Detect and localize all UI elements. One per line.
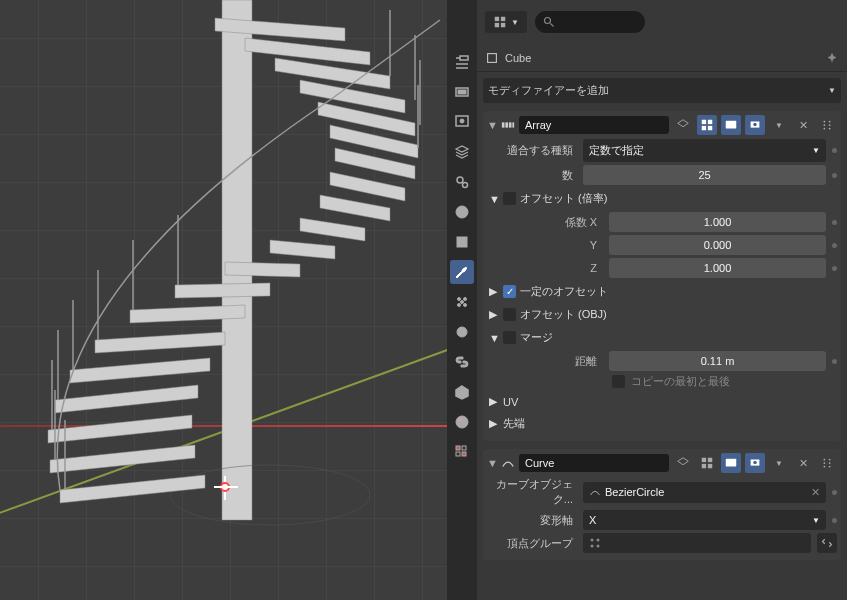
svg-rect-84 bbox=[708, 464, 712, 468]
svg-marker-20 bbox=[245, 38, 370, 65]
svg-rect-53 bbox=[456, 452, 460, 456]
svg-point-89 bbox=[829, 459, 831, 461]
constant-offset-header[interactable]: ▶一定のオフセット bbox=[487, 282, 837, 301]
svg-rect-64 bbox=[509, 122, 512, 127]
array-modifier: ▼ ▼ ✕ 適合する種類 定数で指定▼ 数 bbox=[483, 111, 841, 441]
realtime-toggle[interactable] bbox=[721, 453, 741, 473]
curve-modifier: ▼ ▼ ✕ カーブオブジェク... BezierCircle✕ bbox=[483, 449, 841, 560]
svg-rect-71 bbox=[726, 121, 737, 129]
svg-point-37 bbox=[460, 119, 464, 123]
factor-z-label: Z bbox=[505, 262, 603, 274]
edit-mode-toggle[interactable] bbox=[697, 453, 717, 473]
svg-point-79 bbox=[829, 128, 831, 130]
relative-offset-header[interactable]: ▼ オフセット (倍率) bbox=[487, 189, 837, 208]
realtime-toggle[interactable] bbox=[721, 115, 741, 135]
svg-point-73 bbox=[753, 123, 757, 127]
svg-point-40 bbox=[456, 206, 468, 218]
drag-handle-icon[interactable] bbox=[817, 453, 837, 473]
relative-offset-checkbox[interactable] bbox=[503, 192, 516, 205]
render-tab-icon[interactable] bbox=[450, 80, 474, 104]
distance-input[interactable] bbox=[609, 351, 826, 371]
merge-header[interactable]: ▼マージ bbox=[487, 328, 837, 347]
mesh-tab-icon[interactable] bbox=[450, 380, 474, 404]
mesh-icon bbox=[485, 51, 499, 65]
scene-tab-icon[interactable] bbox=[450, 170, 474, 194]
on-cage-toggle[interactable] bbox=[673, 115, 693, 135]
svg-marker-66 bbox=[678, 120, 689, 127]
vertex-group-picker[interactable] bbox=[583, 533, 811, 553]
drag-handle-icon[interactable] bbox=[817, 115, 837, 135]
svg-point-97 bbox=[597, 545, 600, 548]
object-offset-header[interactable]: ▶オフセット (OBJ) bbox=[487, 305, 837, 324]
deform-axis-dropdown[interactable]: X▼ bbox=[583, 510, 826, 530]
output-tab-icon[interactable] bbox=[450, 110, 474, 134]
modifier-tab-icon[interactable] bbox=[450, 260, 474, 284]
on-cage-toggle[interactable] bbox=[673, 453, 693, 473]
modifier-extras-dropdown[interactable]: ▼ bbox=[769, 115, 789, 135]
svg-rect-35 bbox=[458, 90, 466, 94]
object-offset-checkbox[interactable] bbox=[503, 308, 516, 321]
object-tab-icon[interactable] bbox=[450, 230, 474, 254]
uv-header[interactable]: ▶UV bbox=[487, 393, 837, 410]
svg-rect-70 bbox=[708, 126, 712, 130]
svg-marker-7 bbox=[95, 332, 225, 353]
add-modifier-button[interactable]: モディファイアーを追加▼ bbox=[483, 78, 841, 103]
curve-object-picker[interactable]: BezierCircle✕ bbox=[583, 482, 826, 503]
svg-point-77 bbox=[829, 124, 831, 126]
svg-marker-10 bbox=[225, 262, 300, 277]
physics-tab-icon[interactable] bbox=[450, 320, 474, 344]
curve-modifier-header[interactable]: ▼ ▼ ✕ bbox=[487, 453, 837, 473]
world-tab-icon[interactable] bbox=[450, 200, 474, 224]
array-modifier-header[interactable]: ▼ ▼ ✕ bbox=[487, 115, 837, 135]
svg-rect-65 bbox=[512, 122, 514, 127]
clear-icon[interactable]: ✕ bbox=[811, 486, 820, 499]
edit-mode-toggle[interactable] bbox=[697, 115, 717, 135]
cap-header[interactable]: ▶先端 bbox=[487, 414, 837, 433]
constant-offset-checkbox[interactable] bbox=[503, 285, 516, 298]
factor-z-input[interactable] bbox=[609, 258, 826, 278]
delete-modifier-button[interactable]: ✕ bbox=[793, 115, 813, 135]
pin-icon[interactable] bbox=[825, 51, 839, 65]
modifier-name-input[interactable] bbox=[519, 454, 669, 472]
viewlayer-tab-icon[interactable] bbox=[450, 140, 474, 164]
svg-rect-54 bbox=[462, 452, 466, 456]
modifier-name-input[interactable] bbox=[519, 116, 669, 134]
factor-y-input[interactable] bbox=[609, 235, 826, 255]
svg-marker-11 bbox=[270, 240, 335, 259]
fit-type-dropdown[interactable]: 定数で指定▼ bbox=[583, 139, 826, 162]
svg-marker-9 bbox=[175, 283, 270, 298]
render-toggle[interactable] bbox=[745, 453, 765, 473]
delete-modifier-button[interactable]: ✕ bbox=[793, 453, 813, 473]
constraints-tab-icon[interactable] bbox=[450, 350, 474, 374]
curve-object-label: カーブオブジェク... bbox=[487, 477, 577, 507]
svg-point-90 bbox=[824, 462, 826, 464]
first-last-checkbox[interactable] bbox=[612, 375, 625, 388]
factor-x-input[interactable] bbox=[609, 212, 826, 232]
tool-tab-icon[interactable] bbox=[450, 50, 474, 74]
animate-dot[interactable] bbox=[832, 173, 837, 178]
object-name: Cube bbox=[505, 52, 531, 64]
3d-viewport[interactable] bbox=[0, 0, 447, 600]
svg-rect-52 bbox=[462, 446, 466, 450]
svg-point-75 bbox=[829, 121, 831, 123]
texture-tab-icon[interactable] bbox=[450, 440, 474, 464]
panel-header: ▼ bbox=[477, 0, 847, 44]
svg-marker-3 bbox=[50, 445, 195, 473]
svg-marker-4 bbox=[48, 415, 192, 443]
invert-vgroup-button[interactable] bbox=[817, 533, 837, 553]
svg-point-93 bbox=[829, 466, 831, 468]
merge-checkbox[interactable] bbox=[503, 331, 516, 344]
svg-rect-68 bbox=[708, 120, 712, 124]
animate-dot[interactable] bbox=[832, 148, 837, 153]
modifier-extras-dropdown[interactable]: ▼ bbox=[769, 453, 789, 473]
svg-rect-0 bbox=[222, 0, 252, 520]
svg-point-47 bbox=[457, 327, 467, 337]
count-input[interactable] bbox=[583, 165, 826, 185]
particles-tab-icon[interactable] bbox=[450, 290, 474, 314]
editor-type-dropdown[interactable]: ▼ bbox=[485, 11, 527, 33]
svg-point-76 bbox=[824, 124, 826, 126]
render-toggle[interactable] bbox=[745, 115, 765, 135]
svg-marker-5 bbox=[55, 385, 198, 413]
material-tab-icon[interactable] bbox=[450, 410, 474, 434]
svg-point-95 bbox=[597, 539, 600, 542]
